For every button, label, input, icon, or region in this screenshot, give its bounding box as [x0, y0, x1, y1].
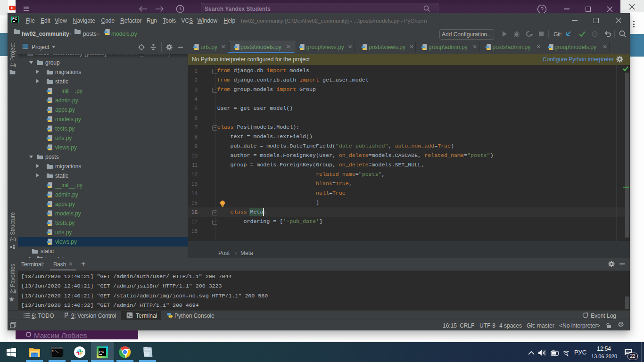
svg-text:C:\_: C:\_ — [52, 350, 59, 353]
svg-text:PC: PC — [99, 350, 105, 354]
svg-text:?: ? — [540, 6, 544, 13]
